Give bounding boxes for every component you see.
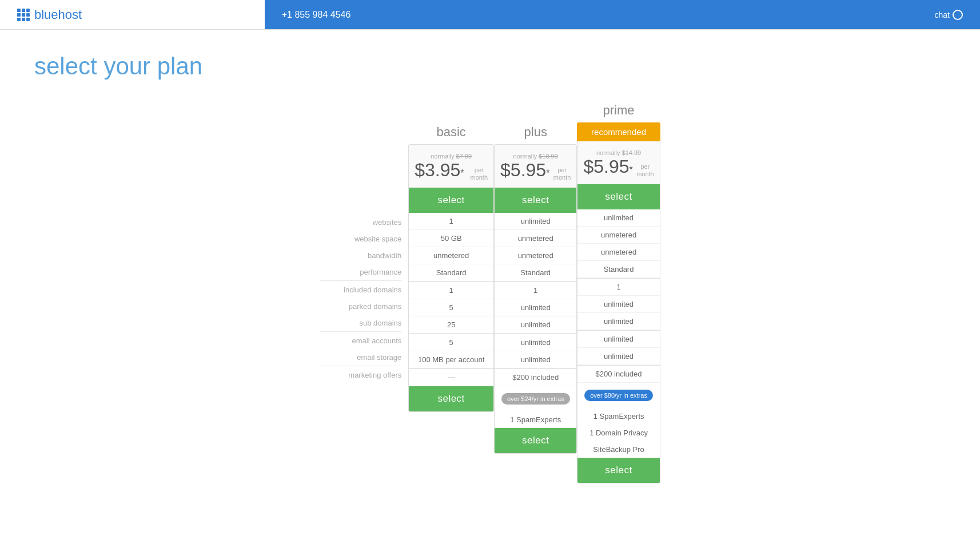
prime-extras-item-3: SiteBackup Pro bbox=[577, 441, 659, 458]
prime-extras-item-2: 1 Domain Privacy bbox=[577, 425, 659, 441]
plus-bandwidth: unmetered bbox=[495, 247, 576, 264]
basic-select-button-bottom[interactable]: select bbox=[409, 386, 493, 411]
prime-performance: Standard bbox=[577, 261, 659, 278]
label-website-space: website space bbox=[320, 231, 401, 247]
plus-select-button-bottom[interactable]: select bbox=[495, 428, 576, 453]
basic-plan-card: normally $7.99 $3.95* permonth select 1 … bbox=[408, 144, 494, 412]
label-performance: performance bbox=[320, 264, 401, 280]
plus-normally: normally $10.99 bbox=[500, 153, 571, 160]
basic-asterisk: * bbox=[460, 168, 464, 178]
plus-email-accounts: unlimited bbox=[495, 334, 576, 351]
basic-included-domains: 1 bbox=[409, 282, 493, 299]
basic-period: permonth bbox=[470, 166, 488, 181]
chat-bubble-icon bbox=[953, 10, 963, 20]
plus-extras-badge-cell: over $24/yr in extras bbox=[495, 386, 576, 411]
plan-plus: plus normally $10.99 $5.95* permonth sel… bbox=[494, 103, 577, 454]
prime-extras-badge: over $80/yr in extras bbox=[584, 390, 653, 401]
plus-included-domains: 1 bbox=[495, 282, 576, 299]
plus-parked-domains: unlimited bbox=[495, 299, 576, 316]
prime-price-area: normally $14.99 $5.95* permonth bbox=[577, 141, 659, 184]
plus-plan-name: plus bbox=[494, 125, 577, 140]
prime-bandwidth: unmetered bbox=[577, 244, 659, 261]
basic-sub-domains: 25 bbox=[409, 316, 493, 334]
page-title: select your plan bbox=[34, 53, 946, 80]
logo-text: bluehost bbox=[34, 7, 82, 22]
basic-top-spacer bbox=[408, 103, 494, 125]
basic-performance: Standard bbox=[409, 264, 493, 282]
plus-extras-badge: over $24/yr in extras bbox=[501, 393, 570, 405]
recommended-badge: recommended bbox=[577, 122, 660, 141]
label-group: websites website space bandwidth perform… bbox=[320, 214, 401, 383]
row-labels-column: websites website space bandwidth perform… bbox=[320, 103, 408, 383]
label-marketing-offers: marketing offers bbox=[320, 366, 401, 383]
label-email-accounts: email accounts bbox=[320, 331, 401, 349]
main-content: select your plan websites website space … bbox=[0, 30, 980, 506]
plus-top-spacer bbox=[494, 103, 577, 125]
prime-parked-domains: unlimited bbox=[577, 296, 659, 313]
header-phone: +1 855 984 4546 bbox=[265, 10, 935, 20]
plus-sub-domains: unlimited bbox=[495, 316, 576, 334]
basic-email-accounts: 5 bbox=[409, 334, 493, 351]
basic-feature-rows: 1 50 GB unmetered Standard 1 5 25 5 100 … bbox=[409, 213, 493, 386]
prime-select-button[interactable]: select bbox=[577, 184, 659, 209]
prime-normally: normally $14.99 bbox=[583, 149, 654, 156]
prime-feature-rows: unlimited unmetered unmetered Standard 1… bbox=[577, 209, 659, 458]
plus-price-area: normally $10.99 $5.95* permonth bbox=[495, 145, 576, 188]
plus-website-space: unmetered bbox=[495, 230, 576, 247]
plus-plan-card: normally $10.99 $5.95* permonth select u… bbox=[494, 144, 577, 454]
plus-email-storage: unlimited bbox=[495, 351, 576, 368]
prime-period: permonth bbox=[636, 163, 654, 178]
label-websites: websites bbox=[320, 214, 401, 231]
plus-performance: Standard bbox=[495, 264, 576, 282]
prime-select-button-bottom[interactable]: select bbox=[577, 458, 659, 483]
label-top-spacer bbox=[320, 132, 401, 214]
basic-price-dollar: $3.95 bbox=[415, 160, 460, 180]
prime-included-domains: 1 bbox=[577, 278, 659, 296]
header: bluehost +1 855 984 4546 chat bbox=[0, 0, 980, 30]
basic-price-area: normally $7.99 $3.95* permonth bbox=[409, 145, 493, 188]
prime-marketing-offers: $200 included bbox=[577, 365, 659, 383]
prime-price-display: $5.95* permonth bbox=[583, 156, 654, 178]
basic-normally: normally $7.99 bbox=[415, 153, 488, 160]
prime-email-accounts: unlimited bbox=[577, 330, 659, 348]
prime-extras-badge-cell: over $80/yr in extras bbox=[577, 383, 659, 408]
basic-plan-name: basic bbox=[408, 125, 494, 140]
prime-old-price: $14.99 bbox=[622, 149, 642, 156]
basic-price-display: $3.95* permonth bbox=[415, 160, 488, 181]
basic-website-space: 50 GB bbox=[409, 230, 493, 247]
basic-price: $3.95* bbox=[415, 160, 469, 180]
label-bandwidth: bandwidth bbox=[320, 247, 401, 264]
plus-websites: unlimited bbox=[495, 213, 576, 230]
basic-select-button[interactable]: select bbox=[409, 188, 493, 213]
basic-email-storage: 100 MB per account bbox=[409, 351, 493, 368]
plans-section: websites website space bandwidth perform… bbox=[34, 103, 946, 483]
plus-price: $5.95* bbox=[500, 160, 549, 180]
label-parked-domains: parked domains bbox=[320, 298, 401, 315]
prime-email-storage: unlimited bbox=[577, 348, 659, 365]
plus-select-button[interactable]: select bbox=[495, 188, 576, 213]
plan-basic: basic normally $7.99 $3.95* permonth sel… bbox=[408, 103, 494, 412]
label-sub-domains: sub domains bbox=[320, 315, 401, 331]
prime-price: $5.95* bbox=[583, 156, 632, 177]
chat-button[interactable]: chat bbox=[935, 10, 980, 20]
plus-marketing-offers: $200 included bbox=[495, 368, 576, 386]
prime-plan-card: normally $14.99 $5.95* permonth select u… bbox=[577, 141, 660, 483]
plan-prime: prime recommended normally $14.99 $5.95*… bbox=[577, 103, 660, 483]
prime-extras-item-1: 1 SpamExperts bbox=[577, 408, 659, 425]
basic-marketing-offers: — bbox=[409, 368, 493, 386]
basic-old-price: $7.99 bbox=[456, 153, 472, 160]
plus-extras-item-1: 1 SpamExperts bbox=[495, 411, 576, 428]
prime-asterisk: * bbox=[629, 165, 632, 175]
prime-websites: unlimited bbox=[577, 209, 659, 227]
prime-sub-domains: unlimited bbox=[577, 313, 659, 330]
plus-old-price: $10.99 bbox=[539, 153, 558, 160]
basic-websites: 1 bbox=[409, 213, 493, 230]
chat-label: chat bbox=[935, 10, 950, 19]
plus-price-display: $5.95* permonth bbox=[500, 160, 571, 181]
plus-asterisk: * bbox=[546, 168, 549, 178]
label-email-storage: email storage bbox=[320, 349, 401, 366]
logo-grid-icon bbox=[17, 9, 30, 21]
prime-website-space: unmetered bbox=[577, 227, 659, 244]
plus-feature-rows: unlimited unmetered unmetered Standard 1… bbox=[495, 213, 576, 428]
plus-period: permonth bbox=[553, 166, 571, 181]
